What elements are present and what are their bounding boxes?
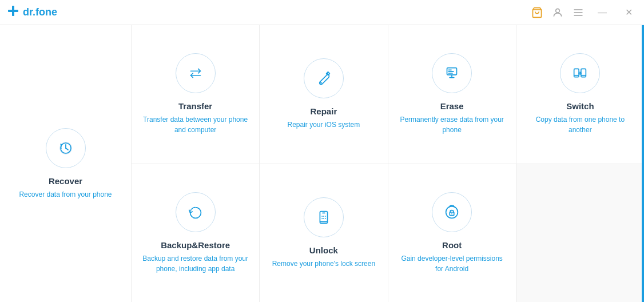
repair-title: Repair — [311, 106, 337, 116]
placeholder-card — [516, 164, 644, 303]
svg-rect-1 — [8, 10, 18, 12]
switch-icon-circle — [560, 53, 600, 93]
logo-cross-icon — [7, 5, 19, 21]
svg-point-26 — [321, 216, 323, 217]
recover-title: Recover — [49, 176, 82, 186]
main-content: Recover Recover data from your phone Tra… — [0, 25, 644, 302]
titlebar: dr.fone — ✕ — [0, 0, 644, 25]
root-title: Root — [442, 240, 462, 250]
transfer-icon-circle — [176, 53, 216, 93]
svg-point-36 — [451, 213, 452, 214]
svg-point-13 — [320, 82, 322, 84]
unlock-icon-circle — [304, 197, 344, 237]
backup-restore-description: Backup and restore data from your phone,… — [141, 253, 250, 274]
svg-point-30 — [323, 218, 324, 219]
recover-card[interactable]: Recover Recover data from your phone — [7, 117, 123, 211]
transfer-description: Transfer data between your phone and com… — [141, 114, 250, 135]
unlock-description: Remove your phone's lock screen — [272, 259, 375, 269]
svg-point-3 — [556, 9, 560, 13]
minimize-button[interactable]: — — [593, 5, 611, 20]
recover-description: Recover data from your phone — [19, 189, 112, 200]
switch-card[interactable]: Switch Copy data from one phone to anoth… — [516, 25, 644, 164]
repair-icon-circle — [304, 58, 344, 98]
repair-description: Repair your iOS system — [288, 120, 360, 130]
recover-icon-circle — [46, 128, 86, 168]
transfer-card[interactable]: Transfer Transfer data between your phon… — [132, 25, 259, 164]
app-name: dr.fone — [23, 6, 57, 18]
repair-card[interactable]: Repair Repair your iOS system — [260, 25, 387, 164]
transfer-title: Transfer — [178, 101, 212, 111]
accent-border — [642, 25, 644, 302]
unlock-card[interactable]: Unlock Remove your phone's lock screen — [260, 164, 387, 303]
backup-icon-circle — [176, 192, 216, 232]
backup-restore-card[interactable]: Backup&Restore Backup and restore data f… — [132, 164, 259, 303]
erase-description: Permanently erase data from your phone — [397, 114, 507, 135]
root-card[interactable]: Root Gain developer-level permissions fo… — [388, 164, 516, 303]
erase-icon-circle — [432, 53, 472, 93]
svg-line-10 — [66, 148, 68, 150]
backup-restore-title: Backup&Restore — [161, 240, 230, 250]
cart-icon[interactable] — [531, 7, 543, 18]
svg-point-27 — [323, 216, 324, 217]
root-icon-circle — [432, 192, 472, 232]
user-icon[interactable] — [552, 7, 563, 18]
sidebar: Recover Recover data from your phone — [0, 25, 132, 302]
unlock-title: Unlock — [309, 245, 338, 255]
switch-title: Switch — [566, 101, 594, 111]
erase-card[interactable]: Erase Permanently erase data from your p… — [388, 25, 516, 164]
menu-icon[interactable] — [573, 7, 584, 18]
titlebar-actions: — ✕ — [531, 5, 637, 20]
app-logo: dr.fone — [7, 5, 57, 21]
switch-description: Copy data from one phone to another — [526, 114, 635, 135]
root-description: Gain developer-level permissions for And… — [397, 253, 507, 274]
svg-point-31 — [325, 218, 326, 219]
svg-point-29 — [321, 218, 323, 219]
close-button[interactable]: ✕ — [621, 5, 637, 20]
svg-point-28 — [325, 216, 326, 217]
erase-title: Erase — [440, 101, 464, 111]
cards-grid: Transfer Transfer data between your phon… — [132, 25, 644, 302]
